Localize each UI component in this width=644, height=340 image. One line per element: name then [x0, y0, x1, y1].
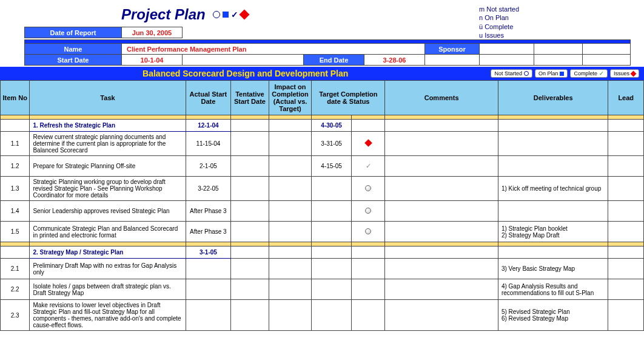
legend-complete: ü Complete	[479, 22, 519, 31]
sponsor-value[interactable]	[480, 44, 534, 55]
start-date-value[interactable]: 10-1-04	[122, 55, 183, 66]
tentative-start[interactable]	[231, 132, 269, 156]
col-task[interactable]: Task	[30, 81, 186, 115]
target-status[interactable]	[351, 132, 384, 156]
target-status[interactable]	[351, 279, 384, 300]
tentative-start[interactable]	[231, 279, 269, 300]
comments[interactable]	[385, 132, 498, 156]
task-desc[interactable]: Isolate holes / gaps between draft strat…	[30, 279, 186, 300]
task-desc[interactable]: Review current strategic planning docume…	[30, 132, 186, 156]
target-date[interactable]	[312, 222, 352, 242]
sponsor-label: Sponsor	[425, 44, 480, 55]
target-date[interactable]	[312, 201, 352, 222]
tentative-start[interactable]	[231, 201, 269, 222]
target-status[interactable]	[351, 222, 384, 242]
deliverables[interactable]: 3) Very Basic Strategy Map	[498, 259, 608, 279]
deliverables[interactable]: 4) Gap Analysis Results and recommendati…	[498, 279, 608, 300]
filter-not-started[interactable]: Not Started	[491, 69, 532, 78]
actual-start[interactable]: 2-1-05	[186, 156, 231, 177]
comments[interactable]	[385, 177, 498, 201]
col-actual-start[interactable]: Actual Start Date	[186, 81, 231, 115]
impact[interactable]	[269, 222, 312, 242]
deliverables[interactable]	[498, 201, 608, 222]
lead[interactable]	[608, 132, 644, 156]
comments[interactable]	[385, 259, 498, 279]
task-desc[interactable]: Make revisions to lower level objectives…	[30, 300, 186, 331]
tentative-start[interactable]	[231, 259, 269, 279]
target-status[interactable]	[351, 177, 384, 201]
impact[interactable]	[269, 300, 312, 331]
lead[interactable]	[608, 156, 644, 177]
target-status[interactable]	[351, 300, 384, 331]
item-no: 1.4	[1, 201, 30, 222]
impact[interactable]	[269, 156, 312, 177]
comments[interactable]	[385, 201, 498, 222]
target-date[interactable]	[312, 177, 352, 201]
col-comments[interactable]: Comments	[385, 81, 498, 115]
actual-start[interactable]	[186, 259, 231, 279]
tentative-start[interactable]	[231, 156, 269, 177]
target-date[interactable]	[312, 259, 352, 279]
impact[interactable]	[269, 132, 312, 156]
filter-issues[interactable]: Issues	[610, 69, 639, 78]
section-row: 1. Refresh the Strategic Plan12-1-044-30…	[1, 120, 644, 132]
actual-start[interactable]	[186, 279, 231, 300]
name-value[interactable]: Client Performance Management Plan	[122, 44, 425, 55]
target-date[interactable]: 3-31-05	[312, 132, 352, 156]
deliverables[interactable]	[498, 132, 608, 156]
comments[interactable]	[385, 222, 498, 242]
lead[interactable]	[608, 300, 644, 331]
deliverables[interactable]: 1) Strategic Plan booklet2) Strategy Map…	[498, 222, 608, 242]
col-tentative-start[interactable]: Tentative Start Date	[231, 81, 269, 115]
task-desc[interactable]: Strategic Planning working group to deve…	[30, 177, 186, 201]
target-date[interactable]	[312, 300, 352, 331]
target-date[interactable]	[312, 279, 352, 300]
target-status[interactable]	[351, 201, 384, 222]
filter-on-plan[interactable]: On Plan	[535, 69, 568, 78]
lead[interactable]	[608, 222, 644, 242]
task-desc[interactable]: Preliminary Draft Map with no extras for…	[30, 259, 186, 279]
target-status[interactable]	[351, 259, 384, 279]
col-deliverables[interactable]: Deliverables	[498, 81, 608, 115]
task-desc[interactable]: Senior Leadership approves revised Strat…	[30, 201, 186, 222]
filter-complete[interactable]: Complete✓	[570, 69, 608, 78]
deliverables[interactable]: 5) Revised Strategic Plan6) Revised Stra…	[498, 300, 608, 331]
end-date-value[interactable]: 3-28-06	[364, 55, 425, 66]
tentative-start[interactable]	[231, 222, 269, 242]
impact[interactable]	[269, 259, 312, 279]
actual-start[interactable]: After Phase 3	[186, 201, 231, 222]
deliverables[interactable]	[498, 156, 608, 177]
lead[interactable]	[608, 279, 644, 300]
comments[interactable]	[385, 156, 498, 177]
target-date[interactable]: 4-15-05	[312, 156, 352, 177]
actual-start[interactable]	[186, 300, 231, 331]
col-lead[interactable]: Lead	[608, 81, 644, 115]
target-status[interactable]: ✓	[351, 156, 384, 177]
circle-icon	[213, 11, 220, 18]
separator-row	[1, 115, 644, 120]
tentative-start[interactable]	[231, 300, 269, 331]
col-impact[interactable]: Impact on Completion (Actual vs. Target)	[269, 81, 312, 115]
task-desc[interactable]: Prepare for Strategic Planning Off-site	[30, 156, 186, 177]
circle-icon	[365, 208, 371, 214]
comments[interactable]	[385, 279, 498, 300]
impact[interactable]	[269, 177, 312, 201]
impact[interactable]	[269, 201, 312, 222]
lead[interactable]	[608, 177, 644, 201]
project-plan-table: Item No Task Actual Start Date Tentative…	[0, 80, 644, 331]
actual-start[interactable]: 11-15-04	[186, 132, 231, 156]
table-row: 2.1Preliminary Draft Map with no extras …	[1, 259, 644, 279]
lead[interactable]	[608, 259, 644, 279]
impact[interactable]	[269, 279, 312, 300]
col-item-no[interactable]: Item No	[1, 81, 30, 115]
task-desc[interactable]: Communicate Strategic Plan and Balanced …	[30, 222, 186, 242]
col-target[interactable]: Target Completion date & Status	[312, 81, 385, 115]
lead[interactable]	[608, 201, 644, 222]
project-meta-table: Name Client Performance Management Plan …	[24, 39, 631, 66]
actual-start[interactable]: After Phase 3	[186, 222, 231, 242]
comments[interactable]	[385, 300, 498, 331]
actual-start[interactable]: 3-22-05	[186, 177, 231, 201]
deliverables[interactable]: 1) Kick off meeting of technical group	[498, 177, 608, 201]
date-report-value[interactable]: Jun 30, 2005	[122, 27, 183, 38]
tentative-start[interactable]	[231, 177, 269, 201]
